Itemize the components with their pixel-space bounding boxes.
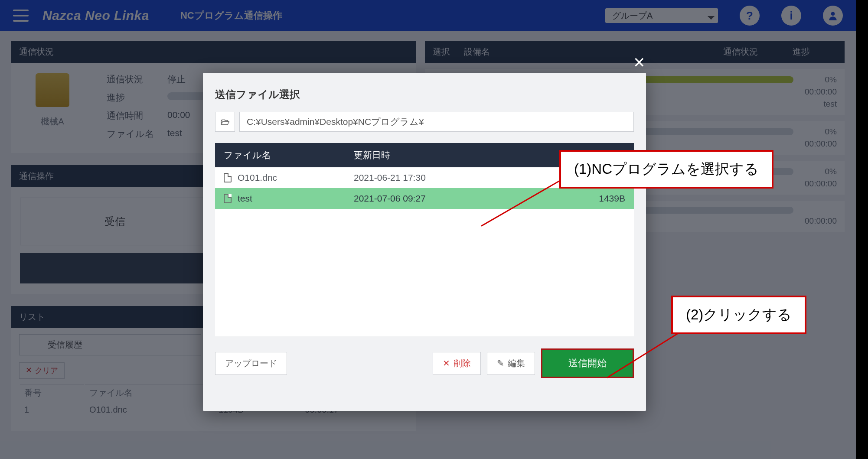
pencil-icon: ✎ — [497, 358, 504, 368]
file-row-selected[interactable]: test 2021-07-06 09:27 1439B — [215, 188, 634, 209]
folder-icon[interactable]: 🗁 — [215, 112, 235, 132]
close-icon[interactable]: ✕ — [630, 54, 649, 71]
callout-2: (2)クリックする — [671, 296, 806, 334]
x-icon: ✕ — [443, 358, 450, 368]
upload-button[interactable]: アップロード — [215, 352, 287, 375]
edit-button[interactable]: ✎ 編集 — [487, 352, 535, 375]
file-list: O101.dnc 2021-06-21 17:30 1194B test 202… — [215, 167, 634, 336]
callout-1: (1)NCプログラムを選択する — [559, 150, 773, 189]
file-icon — [224, 173, 232, 182]
modal-title: 送信ファイル選択 — [215, 88, 634, 101]
delete-button[interactable]: ✕ 削除 — [433, 352, 481, 375]
send-file-modal: ✕ 送信ファイル選択 🗁 ファイル名 更新日時 O101.dnc 2021-06… — [203, 73, 646, 411]
file-icon — [224, 194, 232, 203]
send-start-button[interactable]: 送信開始 — [541, 348, 634, 378]
path-input[interactable] — [239, 112, 634, 132]
